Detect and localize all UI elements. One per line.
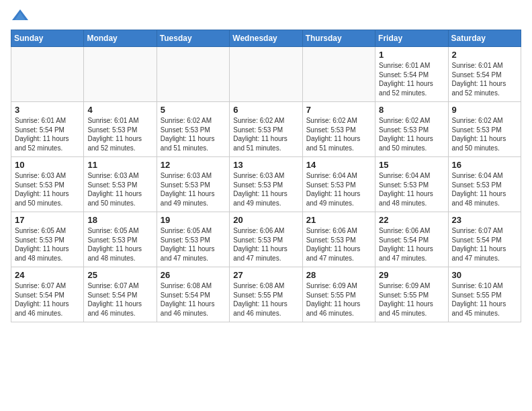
calendar-cell: 24Sunrise: 6:07 AM Sunset: 5:54 PM Dayli…: [11, 267, 84, 322]
calendar-cell: [157, 47, 229, 102]
calendar-cell: 12Sunrise: 6:03 AM Sunset: 5:53 PM Dayli…: [157, 157, 229, 212]
calendar-cell: 30Sunrise: 6:10 AM Sunset: 5:55 PM Dayli…: [448, 267, 521, 322]
day-number: 3: [15, 105, 80, 115]
day-number: 1: [379, 50, 444, 60]
calendar-header-row: SundayMondayTuesdayWednesdayThursdayFrid…: [11, 30, 521, 47]
calendar-cell: 21Sunrise: 6:06 AM Sunset: 5:53 PM Dayli…: [302, 212, 375, 267]
day-info: Sunrise: 6:02 AM Sunset: 5:53 PM Dayligh…: [306, 116, 371, 152]
calendar-day-header: Sunday: [11, 30, 84, 47]
day-number: 27: [233, 270, 298, 280]
calendar-cell: 19Sunrise: 6:05 AM Sunset: 5:53 PM Dayli…: [157, 212, 229, 267]
day-info: Sunrise: 6:06 AM Sunset: 5:53 PM Dayligh…: [306, 226, 371, 263]
calendar-cell: 11Sunrise: 6:03 AM Sunset: 5:53 PM Dayli…: [84, 157, 157, 212]
day-number: 13: [233, 160, 298, 170]
day-number: 4: [87, 105, 152, 115]
calendar-week-row: 24Sunrise: 6:07 AM Sunset: 5:54 PM Dayli…: [11, 267, 521, 322]
day-info: Sunrise: 6:05 AM Sunset: 5:53 PM Dayligh…: [161, 226, 226, 263]
calendar-week-row: 17Sunrise: 6:05 AM Sunset: 5:53 PM Dayli…: [11, 212, 521, 267]
calendar-cell: 3Sunrise: 6:01 AM Sunset: 5:54 PM Daylig…: [11, 102, 84, 157]
day-number: 16: [452, 160, 517, 170]
day-info: Sunrise: 6:02 AM Sunset: 5:53 PM Dayligh…: [233, 116, 298, 152]
day-info: Sunrise: 6:03 AM Sunset: 5:53 PM Dayligh…: [233, 171, 298, 208]
day-info: Sunrise: 6:03 AM Sunset: 5:53 PM Dayligh…: [15, 171, 80, 208]
day-info: Sunrise: 6:05 AM Sunset: 5:53 PM Dayligh…: [87, 226, 152, 263]
calendar-day-header: Saturday: [448, 30, 521, 47]
calendar-week-row: 10Sunrise: 6:03 AM Sunset: 5:53 PM Dayli…: [11, 157, 521, 212]
day-info: Sunrise: 6:07 AM Sunset: 5:54 PM Dayligh…: [15, 281, 80, 318]
day-info: Sunrise: 6:09 AM Sunset: 5:55 PM Dayligh…: [379, 281, 444, 318]
day-number: 28: [306, 270, 371, 280]
calendar-cell: [230, 47, 302, 102]
day-info: Sunrise: 6:10 AM Sunset: 5:55 PM Dayligh…: [452, 281, 517, 318]
calendar-cell: 22Sunrise: 6:06 AM Sunset: 5:54 PM Dayli…: [375, 212, 448, 267]
calendar-cell: 5Sunrise: 6:02 AM Sunset: 5:53 PM Daylig…: [157, 102, 229, 157]
day-info: Sunrise: 6:05 AM Sunset: 5:53 PM Dayligh…: [15, 226, 80, 263]
day-info: Sunrise: 6:09 AM Sunset: 5:55 PM Dayligh…: [306, 281, 371, 318]
day-number: 9: [452, 105, 517, 115]
calendar-cell: 7Sunrise: 6:02 AM Sunset: 5:53 PM Daylig…: [302, 102, 375, 157]
calendar-cell: 9Sunrise: 6:02 AM Sunset: 5:53 PM Daylig…: [448, 102, 521, 157]
day-info: Sunrise: 6:06 AM Sunset: 5:53 PM Dayligh…: [233, 226, 298, 263]
day-number: 20: [233, 215, 298, 225]
calendar-cell: 8Sunrise: 6:02 AM Sunset: 5:53 PM Daylig…: [375, 102, 448, 157]
day-number: 24: [15, 270, 80, 280]
day-info: Sunrise: 6:08 AM Sunset: 5:54 PM Dayligh…: [161, 281, 226, 318]
day-info: Sunrise: 6:01 AM Sunset: 5:54 PM Dayligh…: [452, 61, 517, 97]
calendar-cell: [84, 47, 157, 102]
day-number: 29: [379, 270, 444, 280]
day-number: 30: [452, 270, 517, 280]
calendar-week-row: 3Sunrise: 6:01 AM Sunset: 5:54 PM Daylig…: [11, 102, 521, 157]
day-info: Sunrise: 6:01 AM Sunset: 5:54 PM Dayligh…: [15, 116, 80, 152]
calendar-week-row: 1Sunrise: 6:01 AM Sunset: 5:54 PM Daylig…: [11, 47, 521, 102]
calendar-cell: [302, 47, 375, 102]
day-number: 23: [452, 215, 517, 225]
day-info: Sunrise: 6:04 AM Sunset: 5:53 PM Dayligh…: [306, 171, 371, 208]
day-number: 14: [306, 160, 371, 170]
calendar-cell: 2Sunrise: 6:01 AM Sunset: 5:54 PM Daylig…: [448, 47, 521, 102]
calendar-day-header: Friday: [375, 30, 448, 47]
day-number: 8: [379, 105, 444, 115]
page: SundayMondayTuesdayWednesdayThursdayFrid…: [0, 0, 532, 411]
day-info: Sunrise: 6:02 AM Sunset: 5:53 PM Dayligh…: [452, 116, 517, 152]
calendar-day-header: Wednesday: [230, 30, 302, 47]
calendar-cell: 6Sunrise: 6:02 AM Sunset: 5:53 PM Daylig…: [230, 102, 302, 157]
day-info: Sunrise: 6:01 AM Sunset: 5:53 PM Dayligh…: [87, 116, 152, 152]
calendar-cell: 13Sunrise: 6:03 AM Sunset: 5:53 PM Dayli…: [230, 157, 302, 212]
calendar-day-header: Thursday: [302, 30, 375, 47]
calendar-cell: 26Sunrise: 6:08 AM Sunset: 5:54 PM Dayli…: [157, 267, 229, 322]
day-number: 17: [15, 215, 80, 225]
day-info: Sunrise: 6:03 AM Sunset: 5:53 PM Dayligh…: [161, 171, 226, 208]
calendar-day-header: Tuesday: [157, 30, 229, 47]
calendar-cell: 4Sunrise: 6:01 AM Sunset: 5:53 PM Daylig…: [84, 102, 157, 157]
day-info: Sunrise: 6:04 AM Sunset: 5:53 PM Dayligh…: [379, 171, 444, 208]
day-number: 18: [87, 215, 152, 225]
day-number: 10: [15, 160, 80, 170]
day-number: 7: [306, 105, 371, 115]
day-number: 25: [87, 270, 152, 280]
day-info: Sunrise: 6:07 AM Sunset: 5:54 PM Dayligh…: [452, 226, 517, 263]
day-info: Sunrise: 6:02 AM Sunset: 5:53 PM Dayligh…: [379, 116, 444, 152]
logo-icon: [11, 7, 30, 26]
calendar-cell: 1Sunrise: 6:01 AM Sunset: 5:54 PM Daylig…: [375, 47, 448, 102]
calendar-cell: [11, 47, 84, 102]
calendar-day-header: Monday: [84, 30, 157, 47]
calendar-cell: 20Sunrise: 6:06 AM Sunset: 5:53 PM Dayli…: [230, 212, 302, 267]
calendar-cell: 15Sunrise: 6:04 AM Sunset: 5:53 PM Dayli…: [375, 157, 448, 212]
calendar-cell: 10Sunrise: 6:03 AM Sunset: 5:53 PM Dayli…: [11, 157, 84, 212]
day-info: Sunrise: 6:07 AM Sunset: 5:54 PM Dayligh…: [87, 281, 152, 318]
calendar-cell: 23Sunrise: 6:07 AM Sunset: 5:54 PM Dayli…: [448, 212, 521, 267]
calendar-cell: 18Sunrise: 6:05 AM Sunset: 5:53 PM Dayli…: [84, 212, 157, 267]
day-number: 19: [161, 215, 226, 225]
day-number: 26: [161, 270, 226, 280]
logo: [11, 7, 32, 26]
calendar-cell: 17Sunrise: 6:05 AM Sunset: 5:53 PM Dayli…: [11, 212, 84, 267]
day-number: 15: [379, 160, 444, 170]
header: [11, 7, 521, 26]
day-number: 12: [161, 160, 226, 170]
day-info: Sunrise: 6:03 AM Sunset: 5:53 PM Dayligh…: [87, 171, 152, 208]
calendar-cell: 14Sunrise: 6:04 AM Sunset: 5:53 PM Dayli…: [302, 157, 375, 212]
calendar-cell: 16Sunrise: 6:04 AM Sunset: 5:53 PM Dayli…: [448, 157, 521, 212]
day-number: 2: [452, 50, 517, 60]
day-info: Sunrise: 6:01 AM Sunset: 5:54 PM Dayligh…: [379, 61, 444, 97]
day-number: 11: [87, 160, 152, 170]
